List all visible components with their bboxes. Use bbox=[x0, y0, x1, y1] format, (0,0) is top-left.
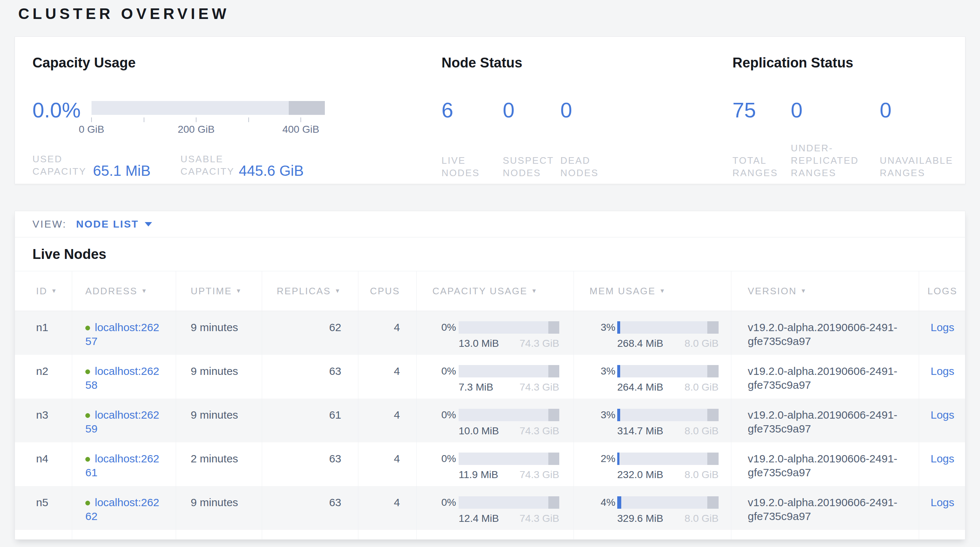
cell-cpus: 4 bbox=[358, 442, 417, 486]
cell-address: localhost:26257 bbox=[72, 311, 176, 355]
cell-cpus: 4 bbox=[358, 399, 417, 442]
chevron-down-icon bbox=[145, 222, 152, 226]
cell-mem-usage: 3% 314.7 MiB 8.0 GiB bbox=[574, 399, 731, 442]
capacity-bar bbox=[459, 321, 559, 334]
table-row: n2 localhost:26258 9 minutes 63 4 0% 7.3… bbox=[15, 355, 965, 399]
capacity-percent: 0% bbox=[417, 364, 456, 378]
cell-version: v19.2.0-alpha.20190606-2491-gfe735c9a97 bbox=[731, 311, 919, 355]
cell-logs: Logs bbox=[919, 486, 966, 530]
view-selector-dropdown[interactable]: NODE LIST bbox=[76, 218, 152, 230]
cell-replicas: 61 bbox=[262, 399, 358, 442]
unavailable-ranges-stat: 0 UNAVAILABLE RANGES bbox=[880, 97, 891, 179]
cell-cpus: 4 bbox=[358, 486, 417, 530]
sort-desc-icon: ▼ bbox=[235, 288, 242, 294]
capacity-used-value: 10.0 MiB bbox=[459, 424, 499, 438]
mem-bar bbox=[617, 496, 719, 509]
unavailable-ranges-count: 0 bbox=[880, 97, 891, 123]
address-link[interactable]: localhost:26258 bbox=[85, 365, 165, 392]
usable-capacity-label: USABLE CAPACITY bbox=[180, 153, 234, 178]
address-link[interactable]: localhost:26261 bbox=[85, 453, 165, 480]
sort-desc-icon: ▼ bbox=[51, 288, 57, 294]
column-header-mem-usage[interactable]: MEM USAGE▼ bbox=[574, 271, 731, 311]
cell-version: v19.2.0-alpha.20190606-2491-gfe735c9a97 bbox=[731, 442, 919, 486]
live-status-dot bbox=[85, 369, 90, 374]
address-link[interactable]: localhost:26257 bbox=[85, 321, 165, 348]
mem-used-value: 314.7 MiB bbox=[617, 424, 663, 438]
cell-address: localhost:26259 bbox=[72, 399, 176, 442]
cell-cpus: 4 bbox=[358, 355, 417, 399]
cell-uptime: 9 minutes bbox=[176, 399, 262, 442]
under-replicated-ranges-count: 0 bbox=[791, 97, 802, 123]
mem-total-value: 8.0 GiB bbox=[685, 380, 719, 394]
under-replicated-ranges-label: UNDER- REPLICATED RANGES bbox=[791, 142, 859, 179]
total-ranges-label: TOTAL RANGES bbox=[732, 154, 778, 179]
mem-total-value: 8.0 GiB bbox=[685, 337, 719, 350]
view-label: VIEW: bbox=[32, 218, 67, 230]
cell-node-id: n1 bbox=[15, 311, 72, 355]
capacity-percent: 0% bbox=[417, 321, 456, 334]
cell-replicas: 63 bbox=[262, 486, 358, 530]
cell-address: localhost:26262 bbox=[72, 486, 176, 530]
live-nodes-count: 6 bbox=[442, 97, 453, 123]
cell-capacity-usage: 0% 10.0 MiB 74.3 GiB bbox=[417, 399, 574, 442]
under-replicated-ranges-stat: 0 UNDER- REPLICATED RANGES bbox=[791, 97, 802, 179]
mem-used-value: 329.6 MiB bbox=[617, 512, 663, 525]
suspect-nodes-count: 0 bbox=[503, 97, 514, 123]
mem-total-value: 8.0 GiB bbox=[685, 424, 719, 438]
sort-desc-icon: ▼ bbox=[141, 288, 148, 294]
logs-link[interactable]: Logs bbox=[931, 321, 954, 333]
axis-tick bbox=[248, 118, 249, 122]
table-row: n4 localhost:26261 2 minutes 63 4 0% 11.… bbox=[15, 442, 965, 486]
dead-nodes-count: 0 bbox=[560, 97, 572, 123]
capacity-total-value: 74.3 GiB bbox=[520, 468, 559, 482]
cell-version: v19.2.0-alpha.20190606-2491-gfe735c9a97 bbox=[731, 399, 919, 442]
mem-used-value: 268.4 MiB bbox=[617, 337, 663, 350]
cell-logs: Logs bbox=[919, 311, 966, 355]
cell-uptime: 2 minutes bbox=[176, 442, 262, 486]
cell-uptime: 9 minutes bbox=[176, 311, 262, 355]
axis-tick-label: 200 GiB bbox=[178, 124, 215, 135]
axis-tick bbox=[196, 118, 197, 122]
column-header-replicas[interactable]: REPLICAS▼ bbox=[262, 271, 358, 311]
cell-capacity-usage: 0% 7.3 MiB 74.3 GiB bbox=[417, 355, 574, 399]
column-header-capacity-usage[interactable]: CAPACITY USAGE▼ bbox=[417, 271, 574, 311]
column-header-uptime[interactable]: UPTIME▼ bbox=[176, 271, 262, 311]
table-row: n3 localhost:26259 9 minutes 61 4 0% 10.… bbox=[15, 399, 965, 442]
cell-version: v19.2.0-alpha.20190606-2491-gfe735c9a97 bbox=[731, 355, 919, 399]
cell-logs: Logs bbox=[919, 442, 966, 486]
live-nodes-label: LIVE NODES bbox=[442, 154, 480, 179]
column-header-cpus: CPUS bbox=[358, 271, 417, 311]
mem-used-value: 232.0 MiB bbox=[617, 468, 663, 482]
view-bar: VIEW: NODE LIST bbox=[15, 211, 965, 237]
axis-tick-label: 0 GiB bbox=[79, 124, 104, 135]
sort-desc-icon: ▼ bbox=[531, 288, 538, 294]
cell-capacity-usage: 0% 13.0 MiB 74.3 GiB bbox=[417, 311, 574, 355]
logs-link[interactable]: Logs bbox=[931, 453, 954, 464]
capacity-total-value: 74.3 GiB bbox=[520, 512, 559, 525]
capacity-used-value: 12.4 MiB bbox=[459, 512, 499, 525]
live-nodes-stat: 6 LIVE NODES bbox=[442, 97, 453, 179]
sort-desc-icon: ▼ bbox=[800, 288, 807, 294]
cell-uptime: 9 minutes bbox=[176, 486, 262, 530]
table-row-partial bbox=[15, 530, 965, 540]
dead-nodes-stat: 0 DEAD NODES bbox=[560, 97, 572, 179]
axis-tick bbox=[144, 118, 145, 122]
column-header-version[interactable]: VERSION▼ bbox=[731, 271, 919, 311]
dead-nodes-label: DEAD NODES bbox=[560, 154, 599, 179]
table-row: n1 localhost:26257 9 minutes 62 4 0% 13.… bbox=[15, 311, 965, 355]
page-title: CLUSTER OVERVIEW bbox=[18, 5, 230, 22]
logs-link[interactable]: Logs bbox=[931, 409, 954, 421]
column-header-id[interactable]: ID▼ bbox=[15, 271, 72, 311]
column-header-address[interactable]: ADDRESS▼ bbox=[72, 271, 176, 311]
summary-panel: Capacity Usage 0.0% 0 GiB 200 GiB 400 Gi… bbox=[14, 37, 966, 184]
logs-link[interactable]: Logs bbox=[931, 365, 954, 377]
capacity-used-value: 13.0 MiB bbox=[459, 337, 499, 350]
address-link[interactable]: localhost:26262 bbox=[85, 496, 165, 523]
mem-total-value: 8.0 GiB bbox=[685, 512, 719, 525]
table-header-row: ID▼ ADDRESS▼ UPTIME▼ REPLICAS▼ CPUS CAPA… bbox=[15, 271, 965, 311]
used-capacity-value: 65.1 MiB bbox=[93, 162, 151, 179]
cell-node-id: n4 bbox=[15, 442, 72, 486]
address-link[interactable]: localhost:26259 bbox=[85, 409, 165, 436]
cell-address: localhost:26261 bbox=[72, 442, 176, 486]
logs-link[interactable]: Logs bbox=[931, 496, 954, 508]
